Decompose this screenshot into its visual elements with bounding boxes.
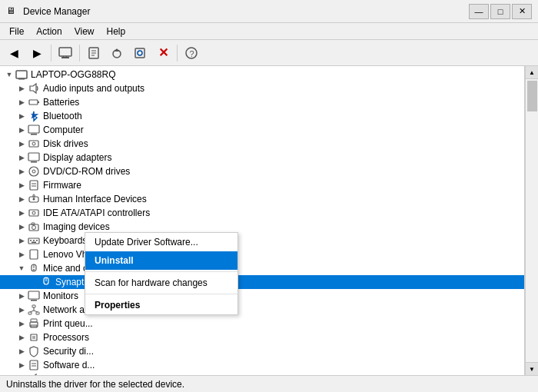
svg-rect-49 <box>28 291 39 299</box>
toggle-computer[interactable]: ▶ <box>15 124 28 136</box>
tree-item-monitors[interactable]: ▶ Monitors <box>0 289 524 303</box>
toggle-network[interactable]: ▶ <box>15 304 28 316</box>
title-bar: 🖥 Device Manager — □ ✕ <box>0 0 538 23</box>
icon-dvd <box>28 165 40 178</box>
scan-button[interactable] <box>129 43 151 63</box>
toggle-software[interactable]: ▶ <box>15 359 28 371</box>
toggle-mice[interactable]: ▼ <box>15 262 28 274</box>
scroll-down[interactable]: ▼ <box>526 362 538 375</box>
toggle-print[interactable]: ▶ <box>15 317 28 330</box>
tree-item-sound[interactable]: ▶ Sound, video and game controllers <box>0 372 524 375</box>
back-button[interactable]: ◀ <box>3 43 25 63</box>
update-driver-button[interactable] <box>106 43 128 63</box>
toggle-display[interactable]: ▶ <box>15 151 28 164</box>
toggle-processors[interactable]: ▶ <box>15 331 28 344</box>
tree-item-ide[interactable]: ▶ IDE ATA/ATAPI controllers <box>0 206 524 220</box>
scroll-up[interactable]: ▲ <box>526 66 538 79</box>
menu-file[interactable]: File <box>3 25 30 38</box>
svg-rect-50 <box>31 300 37 301</box>
svg-point-34 <box>32 211 35 214</box>
computer-button[interactable] <box>55 43 76 63</box>
help-button[interactable]: ? <box>181 43 202 63</box>
scroll-thumb[interactable] <box>527 81 537 111</box>
icon-root <box>15 68 28 81</box>
label-keyboards: Keyboards <box>43 235 87 246</box>
toggle-imaging[interactable]: ▶ <box>15 221 28 233</box>
svg-rect-15 <box>18 78 25 80</box>
tree-item-lenovo[interactable]: ▶ Lenovo Vhid Device <box>0 247 524 261</box>
svg-point-36 <box>32 226 36 230</box>
menu-help[interactable]: Help <box>101 25 132 38</box>
svg-rect-1 <box>61 57 69 58</box>
svg-point-25 <box>29 167 38 176</box>
tree-item-bluetooth[interactable]: ▶ Bluetooth <box>0 109 524 123</box>
toggle-firmware[interactable]: ▶ <box>15 179 28 191</box>
toggle-security[interactable]: ▶ <box>15 345 28 357</box>
toggle-sound[interactable]: ▶ <box>15 373 28 375</box>
close-button[interactable]: ✕ <box>512 4 532 19</box>
svg-line-3 <box>66 56 67 57</box>
tree-item-dvd[interactable]: ▶ DVD/CD-ROM drives <box>0 164 524 178</box>
svg-rect-51 <box>32 305 35 307</box>
uninstall-button[interactable]: ✕ <box>152 43 174 63</box>
maximize-button[interactable]: □ <box>490 4 510 19</box>
tree-item-display[interactable]: ▶ Display adapters <box>0 151 524 164</box>
tree-item-synaptics[interactable]: Synaptics Pointing Device <box>0 275 524 289</box>
svg-rect-20 <box>31 134 37 135</box>
toolbar-separator-3 <box>177 45 178 61</box>
toggle-dvd[interactable]: ▶ <box>15 165 28 178</box>
toggle-bluetooth[interactable]: ▶ <box>15 110 28 122</box>
tree-item-software[interactable]: ▶ Software d... <box>0 358 524 372</box>
minimize-button[interactable]: — <box>469 4 489 19</box>
tree-item-processors[interactable]: ▶ Processors <box>0 331 524 344</box>
scrollbar[interactable]: ▲ ▼ <box>525 66 538 375</box>
context-separator-2 <box>85 294 237 294</box>
tree-item-print[interactable]: ▶ Print queu... <box>0 317 524 331</box>
toggle-audio[interactable]: ▶ <box>15 82 28 95</box>
context-separator-1 <box>85 271 237 272</box>
tree-item-disk[interactable]: ▶ Disk drives <box>0 137 524 151</box>
label-dvd: DVD/CD-ROM drives <box>43 166 130 177</box>
context-scan[interactable]: Scan for hardware changes <box>85 274 237 292</box>
properties-button[interactable] <box>83 43 105 63</box>
toggle-keyboards[interactable]: ▶ <box>15 234 28 247</box>
tree-item-batteries[interactable]: ▶ Batteries <box>0 95 524 109</box>
svg-rect-0 <box>59 48 71 56</box>
svg-rect-27 <box>30 181 38 190</box>
tree-item-audio[interactable]: ▶ Audio inputs and outputs <box>0 81 524 95</box>
menu-action[interactable]: Action <box>30 25 68 38</box>
context-update-driver[interactable]: Update Driver Software... <box>85 233 237 251</box>
forward-button[interactable]: ▶ <box>26 43 48 63</box>
toolbar: ◀ ▶ ✕ ? <box>0 40 538 66</box>
tree-item-imaging[interactable]: ▶ Imaging devices <box>0 220 524 234</box>
icon-bluetooth <box>28 110 40 122</box>
tree-item-keyboards[interactable]: ▶ Keyboards <box>0 234 524 247</box>
svg-rect-62 <box>30 360 38 370</box>
menu-view[interactable]: View <box>68 25 101 38</box>
svg-point-22 <box>32 142 35 145</box>
device-tree[interactable]: ▼ LAPTOP-OGG88RQ ▶ Audio inputs and outp… <box>0 66 525 375</box>
context-uninstall[interactable]: Uninstall <box>85 251 237 270</box>
svg-rect-39 <box>30 240 32 241</box>
tree-item-firmware[interactable]: ▶ Firmware <box>0 178 524 192</box>
label-processors: Processors <box>43 332 89 343</box>
tree-item-network[interactable]: ▶ Network a... <box>0 303 524 317</box>
toggle-batteries[interactable]: ▶ <box>15 96 28 108</box>
svg-rect-52 <box>28 312 32 314</box>
tree-item-root[interactable]: ▼ LAPTOP-OGG88RQ <box>0 68 524 81</box>
context-properties[interactable]: Properties <box>85 296 237 314</box>
label-display: Display adapters <box>43 152 111 163</box>
toggle-disk[interactable]: ▶ <box>15 138 28 150</box>
toggle-root[interactable]: ▼ <box>3 68 15 81</box>
toggle-lenovo[interactable]: ▶ <box>15 248 28 261</box>
icon-imaging <box>28 221 40 233</box>
toggle-human[interactable]: ▶ <box>15 193 28 205</box>
tree-item-human[interactable]: ▶ Human Interface Devices <box>0 192 524 206</box>
icon-firmware <box>28 179 40 191</box>
tree-item-security[interactable]: ▶ Security di... <box>0 344 524 358</box>
toggle-ide[interactable]: ▶ <box>15 207 28 219</box>
tree-item-mice[interactable]: ▼ Mice and other pointing devices <box>0 261 524 275</box>
tree-item-computer[interactable]: ▶ Computer <box>0 123 524 137</box>
toggle-monitors[interactable]: ▶ <box>15 290 28 302</box>
svg-line-55 <box>30 311 34 312</box>
